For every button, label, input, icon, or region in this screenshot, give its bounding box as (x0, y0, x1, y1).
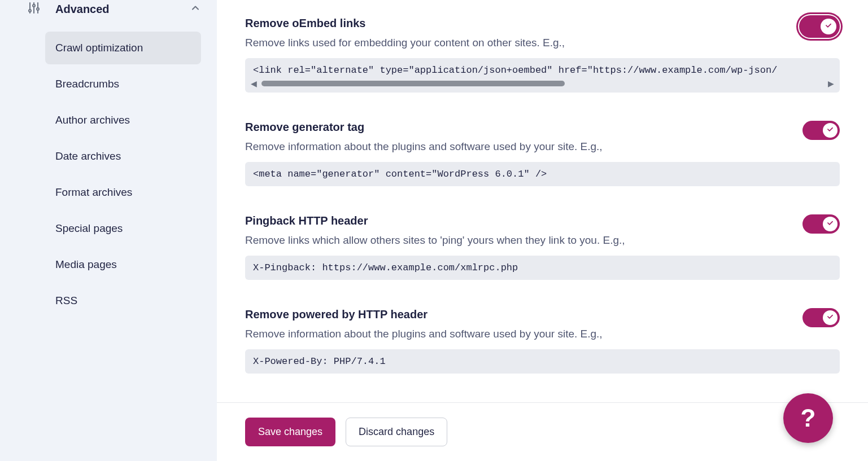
sidebar-item-author-archives[interactable]: Author archives (45, 104, 201, 137)
sidebar-item-rss[interactable]: RSS (45, 284, 201, 317)
toggle-knob (823, 310, 838, 325)
setting-description: Remove information about the plugins and… (245, 328, 840, 340)
toggle-switch[interactable] (799, 15, 840, 38)
toggle-switch[interactable] (802, 121, 840, 140)
setting-title: Remove powered by HTTP header (245, 308, 840, 321)
footer-actions: Save changes Discard changes (217, 402, 868, 461)
sidebar-item-special-pages[interactable]: Special pages (45, 212, 201, 245)
code-block-wrapper: <link rel="alternate" type="application/… (245, 58, 840, 93)
setting-title: Remove generator tag (245, 121, 840, 134)
sidebar: Advanced Crawl optimizationBreadcrumbsAu… (0, 0, 217, 461)
setting-remove-generator-tag: Remove generator tagRemove information a… (245, 121, 840, 186)
setting-remove-oembed-links: Remove oEmbed linksRemove links used for… (245, 17, 840, 93)
setting-remove-powered-by-http-header: Remove powered by HTTP headerRemove info… (245, 308, 840, 374)
setting-description: Remove links which allow others sites to… (245, 234, 840, 247)
sidebar-section-advanced[interactable]: Advanced (0, 0, 201, 20)
check-icon (826, 125, 834, 135)
toggle-switch[interactable] (802, 214, 840, 234)
toggle-knob (823, 123, 838, 138)
sidebar-section-title: Advanced (55, 3, 110, 16)
setting-pingback-http-header: Pingback HTTP headerRemove links which a… (245, 214, 840, 280)
chevron-up-icon (190, 2, 201, 16)
scroll-right-icon[interactable]: ▶ (828, 79, 834, 88)
setting-title: Remove oEmbed links (245, 17, 840, 30)
setting-title: Pingback HTTP header (245, 214, 840, 227)
toggle-knob (821, 19, 836, 34)
sliders-icon (27, 1, 41, 17)
scroll-thumb[interactable] (261, 81, 565, 86)
check-icon (826, 313, 834, 323)
code-block: X-Pingback: https://www.example.com/xmlr… (245, 256, 840, 280)
horizontal-scrollbar[interactable]: ◀▶ (245, 76, 840, 93)
setting-description: Remove information about the plugins and… (245, 141, 840, 153)
scroll-track[interactable] (261, 81, 823, 86)
sidebar-item-date-archives[interactable]: Date archives (45, 140, 201, 173)
sidebar-item-breadcrumbs[interactable]: Breadcrumbs (45, 68, 201, 100)
main-content: Remove oEmbed linksRemove links used for… (217, 0, 868, 461)
toggle-knob (823, 217, 838, 231)
check-icon (825, 21, 832, 32)
code-block: <link rel="alternate" type="application/… (245, 58, 840, 76)
sidebar-item-format-archives[interactable]: Format archives (45, 176, 201, 209)
save-button[interactable]: Save changes (245, 418, 335, 446)
scroll-left-icon[interactable]: ◀ (251, 79, 257, 88)
setting-description: Remove links used for embedding your con… (245, 37, 840, 49)
sidebar-item-crawl-optimization[interactable]: Crawl optimization (45, 32, 201, 64)
check-icon (826, 219, 834, 229)
code-block: X-Powered-By: PHP/7.4.1 (245, 349, 840, 374)
sidebar-item-media-pages[interactable]: Media pages (45, 248, 201, 281)
sidebar-items: Crawl optimizationBreadcrumbsAuthor arch… (0, 32, 201, 317)
toggle-switch[interactable] (802, 308, 840, 327)
help-button[interactable]: ? (783, 393, 833, 443)
discard-button[interactable]: Discard changes (346, 418, 447, 446)
code-block: <meta name="generator" content="WordPres… (245, 162, 840, 186)
